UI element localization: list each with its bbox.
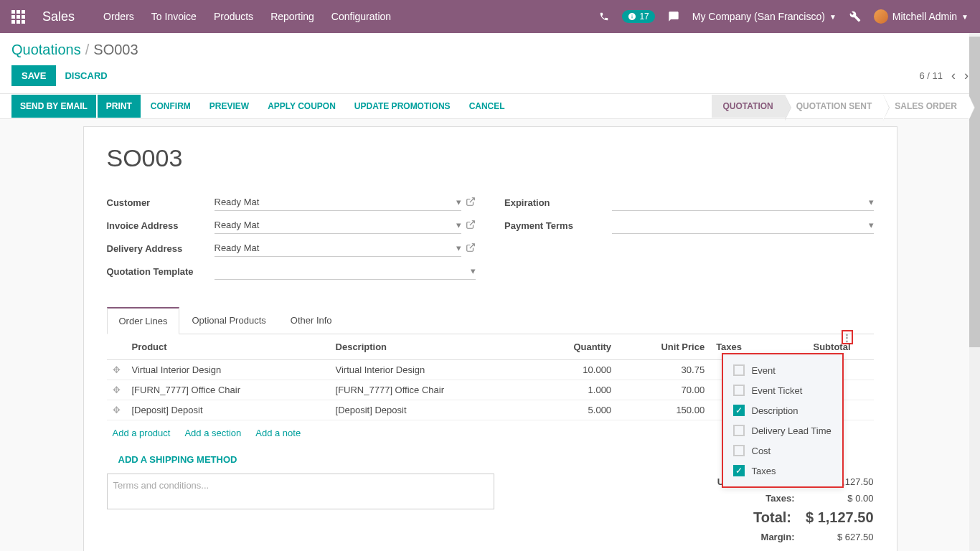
total-line: Total:$ 1,127.50 [694,507,874,529]
field-quotation-template: Quotation Template▾ [107,263,476,280]
field-invoice-address: Invoice AddressReady Mat▾ [107,217,476,234]
action-row: SAVE DISCARD 6 / 11 ‹ › [0,58,980,93]
status-sales-order[interactable]: SALES ORDER [883,95,969,118]
total-line: Taxes:$ 0.00 [694,490,874,507]
drag-handle-icon[interactable]: ✥ [113,405,121,415]
checkbox-icon [733,425,745,436]
tab-other-info[interactable]: Other Info [278,307,344,334]
preview-button[interactable]: PREVIEW [201,95,258,118]
pager-prev[interactable]: ‹ [951,68,956,83]
col-product: Product [126,334,330,360]
avatar [874,9,888,24]
tab-order-lines[interactable]: Order Lines [107,307,180,334]
send-by-email-button[interactable]: SEND BY EMAIL [11,95,96,118]
add-shipping-button[interactable]: ADD A SHIPPING METHOD [107,446,249,474]
checkbox-icon [733,364,745,376]
pager-text: 6 / 11 [919,70,943,81]
drag-handle-icon[interactable]: ✥ [113,364,121,375]
apps-icon[interactable] [11,10,25,24]
update-promotions-button[interactable]: UPDATE PROMOTIONS [346,95,459,118]
col-option-description[interactable]: ✓Description [723,400,842,420]
brand[interactable]: Sales [42,9,75,24]
phone-icon[interactable] [599,11,609,22]
dropdown-icon: ▾ [869,197,874,207]
col-description: Description [330,334,534,360]
status-quotation[interactable]: QUOTATION [712,95,785,118]
dropdown-icon: ▾ [456,220,461,230]
scrollbar-thumb[interactable] [969,37,980,347]
col-option-event[interactable]: Event [723,360,842,380]
field-expiration: Expiration▾ [504,194,874,211]
col-quantity: Quantity [534,334,618,360]
add-a-section-link[interactable]: Add a section [184,428,241,438]
add-a-note-link[interactable]: Add a note [255,428,301,438]
dropdown-icon: ▾ [456,197,461,207]
dropdown-icon: ▾ [471,265,476,276]
dropdown-icon: ▾ [869,220,874,230]
breadcrumb-row: Quotations/SO003 [0,33,980,58]
topbar-right: 17 My Company (San Francisco)▼ Mitchell … [599,9,969,24]
chat-icon[interactable] [668,11,679,22]
nav: OrdersTo InvoiceProductsReportingConfigu… [103,11,599,22]
debug-icon[interactable] [849,11,861,22]
checkbox-icon [733,385,745,396]
dropdown-icon: ▾ [456,242,461,253]
nav-products[interactable]: Products [214,11,253,22]
col-unit-price: Unit Price [617,334,710,360]
apply-coupon-button[interactable]: APPLY COUPON [259,95,344,118]
status-quotation-sent[interactable]: QUOTATION SENT [785,95,884,118]
cancel-button[interactable]: CANCEL [461,95,514,118]
nav-orders[interactable]: Orders [103,11,134,22]
checkbox-icon: ✓ [733,465,745,476]
drag-handle-icon[interactable]: ✥ [113,385,121,395]
nav-to-invoice[interactable]: To Invoice [151,11,197,22]
checkbox-icon [733,445,745,456]
kebab-icon[interactable]: ⋮ [842,332,852,343]
topbar: Sales OrdersTo InvoiceProductsReportingC… [0,0,980,33]
terms-input[interactable]: Terms and conditions... [107,474,494,509]
nav-configuration[interactable]: Configuration [331,11,391,22]
nav-reporting[interactable]: Reporting [270,11,314,22]
caret-down-icon: ▼ [961,13,969,21]
notif-count: 17 [639,11,649,22]
statusbar: SEND BY EMAILPRINTCONFIRMPREVIEWAPPLY CO… [0,93,980,119]
col-option-delivery-lead-time[interactable]: Delivery Lead Time [723,420,842,441]
add-a-product-link[interactable]: Add a product [113,428,171,438]
breadcrumb-parent[interactable]: Quotations [11,42,81,57]
print-button[interactable]: PRINT [98,95,141,118]
external-link-icon[interactable] [466,220,476,232]
confirm-button[interactable]: CONFIRM [142,95,199,118]
tabs: Order LinesOptional ProductsOther Info [107,307,874,334]
save-button[interactable]: SAVE [11,65,56,86]
col-option-taxes[interactable]: ✓Taxes [723,461,842,481]
external-link-icon[interactable] [466,242,476,255]
record-title: SO003 [107,144,874,172]
discard-button[interactable]: DISCARD [65,70,107,81]
field-customer: CustomerReady Mat▾ [107,194,476,211]
column-options-highlight: ⋮ [842,330,853,344]
form-sheet: SO003 CustomerReady Mat▾Invoice AddressR… [83,126,897,551]
user-menu[interactable]: Mitchell Admin▼ [874,9,969,24]
field-delivery-address: Delivery AddressReady Mat▾ [107,240,476,257]
external-link-icon[interactable] [466,197,476,209]
total-line: Margin:$ 627.50 [694,529,874,545]
column-options-menu: EventEvent Ticket✓DescriptionDelivery Le… [722,353,844,488]
pager: 6 / 11 ‹ › [919,68,969,83]
col-option-cost[interactable]: Cost [723,441,842,461]
company-selector[interactable]: My Company (San Francisco)▼ [692,11,837,22]
activity-badge[interactable]: 17 [622,10,654,23]
checkbox-icon: ✓ [733,405,745,416]
pager-next[interactable]: › [964,68,969,83]
caret-down-icon: ▼ [829,13,837,21]
field-payment-terms: Payment Terms▾ [504,217,874,234]
tab-optional-products[interactable]: Optional Products [179,307,278,334]
breadcrumb: Quotations/SO003 [11,42,969,58]
col-option-event-ticket[interactable]: Event Ticket [723,380,842,400]
breadcrumb-current: SO003 [93,42,138,57]
